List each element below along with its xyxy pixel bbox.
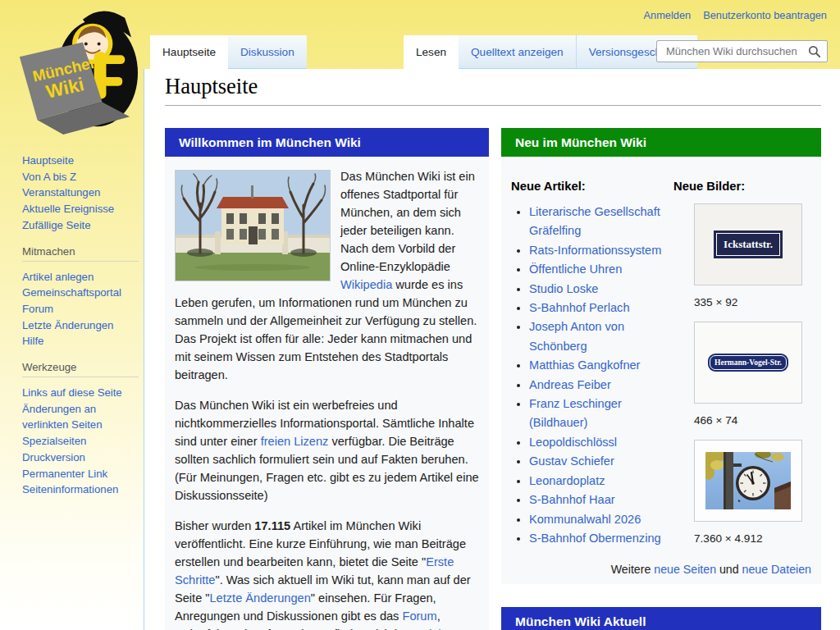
image-size-caption-1: 335 × 92 — [694, 296, 802, 308]
nav-link[interactable]: Hauptseite — [22, 154, 74, 167]
nav-link[interactable]: Literarische Gesellschaft Gräfelfing — [529, 205, 660, 237]
nav-link[interactable]: Öffentliche Uhren — [529, 262, 622, 276]
tab-diskussion[interactable]: Diskussion — [228, 35, 307, 69]
list-item: Permanenter Link — [22, 466, 145, 482]
list-item: Von A bis Z — [22, 169, 145, 185]
list-item: Leonardoplatz — [529, 472, 664, 491]
nav-link[interactable]: S-Bahnhof Haar — [529, 493, 615, 506]
nav-link[interactable]: Hilfe — [22, 335, 43, 347]
list-item: S-Bahnhof Perlach — [529, 299, 664, 317]
search-input[interactable] — [664, 44, 808, 58]
villa-photo-thumbnail[interactable] — [175, 170, 331, 281]
list-item: Leopoldischlössl — [529, 433, 664, 452]
nav-link[interactable]: S-Bahnhof Perlach — [529, 301, 630, 314]
sidebar-heading-werkzeuge: Werkzeuge — [22, 361, 139, 377]
inline-text: und — [716, 563, 742, 576]
nav-link[interactable]: Leopoldischlössl — [529, 436, 617, 449]
content-area: Hauptseite Willkommen im München Wiki — [144, 69, 840, 630]
list-item: Änderungen an verlinkten Seiten — [22, 401, 145, 433]
nav-link[interactable]: Kommunalwahl 2026 — [529, 513, 641, 526]
inline-link[interactable]: neue Seiten — [654, 563, 716, 576]
street-sign-hermann-vogel-str: Hermann-Vogel-Str. — [710, 355, 787, 370]
nav-link[interactable]: Matthias Gangkofner — [529, 358, 640, 372]
image-size-caption-3: 7.360 × 4.912 — [694, 532, 802, 545]
image-thumb-street-clock[interactable] — [694, 440, 802, 522]
sidebar-nav-mitmachen: Artikel anlegenGemeinschaftsportalForumL… — [22, 269, 145, 350]
list-item: Kommunalwahl 2026 — [529, 510, 664, 529]
nav-link[interactable]: Studio Loske — [529, 282, 598, 295]
inline-text: 17.115 — [254, 519, 290, 532]
page-title: Hauptseite — [165, 74, 821, 106]
list-item: Gemeinschaftsportal — [22, 285, 145, 301]
welcome-box-header: Willkommen im München Wiki — [165, 128, 489, 157]
list-item: Veranstaltungen — [22, 185, 145, 201]
muenchner-kindl-logo-graphic: München Wiki — [8, 2, 138, 139]
list-item: Links auf diese Seite — [22, 385, 145, 401]
list-item: Gustav Schiefer — [529, 452, 664, 471]
site-logo[interactable]: München Wiki — [8, 2, 138, 139]
page-tabs: Hauptseite Diskussion — [150, 35, 307, 69]
new-images-heading: Neue Bilder: — [673, 180, 745, 193]
welcome-box-body: Das München Wiki ist ein offenes Stadtpo… — [165, 157, 489, 630]
nav-link[interactable]: S-Bahnhof Obermenzing — [529, 532, 661, 545]
search-icon[interactable] — [808, 45, 821, 58]
new-box-header: Neu im München Wiki — [501, 128, 821, 157]
nav-link[interactable]: Franz Leschinger (Bildhauer) — [529, 397, 622, 429]
nav-link[interactable]: Rats-Informationssystem — [529, 244, 661, 257]
image-thumb-hermann-vogel-str[interactable]: Hermann-Vogel-Str. — [694, 322, 802, 404]
nav-link[interactable]: Links auf diese Seite — [22, 386, 122, 399]
nav-link[interactable]: Forum — [22, 303, 53, 315]
list-item: Franz Leschinger (Bildhauer) — [529, 395, 664, 433]
inline-text: Bisher wurden — [175, 519, 254, 532]
nav-link[interactable]: Letzte Änderungen — [22, 319, 113, 331]
nav-link[interactable]: Joseph Anton von Schönberg — [529, 320, 624, 352]
list-item: Druckversion — [22, 450, 145, 466]
list-item: Spezialseiten — [22, 433, 145, 450]
aktuell-box-header: München Wiki Aktuell — [501, 607, 821, 630]
inline-link[interactable]: Wikipedia — [340, 278, 392, 291]
new-box: Neu im München Wiki Neue Artikel: Litera… — [501, 128, 821, 584]
nav-link[interactable]: Gustav Schiefer — [529, 454, 614, 468]
sidebar-navigation: HauptseiteVon A bis ZVeranstaltungenAktu… — [22, 153, 145, 498]
welcome-paragraph-2: Das München Wiki ist ein werbefreies und… — [175, 396, 479, 504]
new-images-column: Ickstattstr. 335 × 92 Hermann-Vogel-Str.… — [694, 203, 802, 558]
nav-link[interactable]: Artikel anlegen — [22, 271, 94, 283]
nav-link[interactable]: Zufällige Seite — [22, 219, 91, 231]
search-box[interactable] — [656, 40, 828, 62]
nav-link[interactable]: Änderungen an verlinkten Seiten — [22, 403, 103, 431]
inline-text: Das München Wiki ist ein offenes Stadtpo… — [340, 170, 475, 273]
nav-link[interactable]: Permanenter Link — [22, 468, 107, 480]
login-link[interactable]: Anmelden — [644, 9, 692, 21]
inline-text: Weitere — [611, 563, 655, 576]
list-item: Öffentliche Uhren — [529, 260, 664, 279]
nav-link[interactable]: Von A bis Z — [22, 171, 76, 183]
street-sign-ickstattstr: Ickstattstr. — [716, 233, 780, 256]
inline-link[interactable]: freien Lizenz — [261, 435, 329, 448]
inline-link[interactable]: neue Dateien — [742, 563, 811, 576]
inline-link[interactable]: Letzte Änderungen — [210, 591, 311, 605]
list-item: Joseph Anton von Schönberg — [529, 317, 664, 356]
sidebar-heading-mitmachen: Mitmachen — [22, 245, 139, 262]
list-item: Zufällige Seite — [22, 217, 145, 234]
list-item: Andreas Feiber — [529, 376, 664, 395]
nav-link[interactable]: Andreas Feiber — [529, 378, 611, 391]
nav-link[interactable]: Spezialseiten — [22, 435, 86, 447]
tab-lesen[interactable]: Lesen — [404, 35, 459, 69]
new-articles-heading: Neue Artikel: — [511, 180, 586, 193]
nav-link[interactable]: Veranstaltungen — [22, 186, 100, 199]
tab-hauptseite[interactable]: Hauptseite — [150, 35, 228, 69]
street-clock-photo-graphic — [705, 452, 791, 509]
list-item: Letzte Änderungen — [22, 317, 145, 334]
sidebar-nav-werkzeuge: Links auf diese SeiteÄnderungen an verli… — [22, 385, 145, 498]
image-size-caption-2: 466 × 74 — [694, 414, 802, 427]
nav-link[interactable]: Aktuelle Ereignisse — [22, 203, 114, 215]
nav-link[interactable]: Gemeinschaftsportal — [22, 286, 121, 299]
nav-link[interactable]: Leonardoplatz — [529, 474, 605, 487]
inline-link[interactable]: Forum — [402, 609, 436, 623]
tab-quelltext-anzeigen[interactable]: Quelltext anzeigen — [459, 35, 576, 69]
nav-link[interactable]: Druckversion — [22, 451, 85, 463]
nav-link[interactable]: Seiteninformationen — [22, 483, 118, 495]
list-item: Artikel anlegen — [22, 269, 145, 285]
image-thumb-ickstattstr[interactable]: Ickstattstr. — [694, 203, 802, 285]
request-account-link[interactable]: Benutzerkonto beantragen — [703, 9, 827, 21]
